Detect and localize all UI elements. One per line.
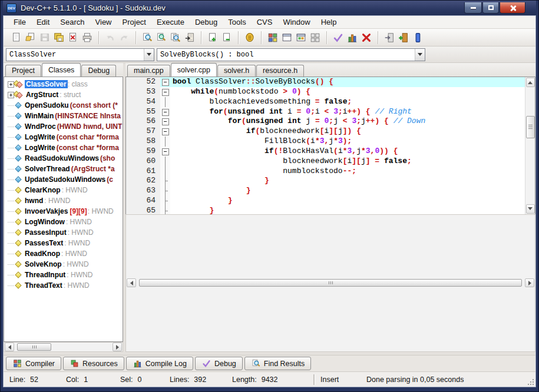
tree-item-solveknop[interactable]: SolveKnop: HWND xyxy=(8,259,123,270)
menu-tools[interactable]: Tools xyxy=(223,16,251,28)
menu-file[interactable]: File xyxy=(8,16,31,28)
run-button[interactable] xyxy=(280,31,294,45)
fold-toggle-icon[interactable] xyxy=(160,77,170,87)
tree-hscrollbar[interactable] xyxy=(4,342,123,352)
tree-item-threadtext[interactable]: ThreadText: HWND xyxy=(8,280,123,291)
goto-line-button[interactable] xyxy=(183,31,197,45)
scroll-right-icon[interactable] xyxy=(525,278,534,287)
compile-and-run-button[interactable] xyxy=(294,31,308,45)
fold-toggle-icon[interactable] xyxy=(160,87,170,97)
close-button[interactable] xyxy=(500,2,525,14)
menu-cvs[interactable]: CVS xyxy=(252,16,278,28)
tree-item-passestext[interactable]: PassesText: HWND xyxy=(8,238,123,248)
report-tab-compiler[interactable]: Compiler xyxy=(6,357,61,370)
menu-execute[interactable]: Execute xyxy=(151,16,190,28)
insert-button[interactable] xyxy=(382,31,396,45)
close-file-button[interactable] xyxy=(66,31,80,45)
menu-window[interactable]: Window xyxy=(277,16,315,28)
code-line-59[interactable]: 59 if(!BlockHasVal(i*3,j*3,0)) { xyxy=(126,147,525,157)
file-tab-solver-cpp[interactable]: solver.cpp xyxy=(171,63,217,77)
tree-item-invoervakjes[interactable]: InvoerVakjes[9][9]: HWND xyxy=(8,206,123,217)
profile-button[interactable] xyxy=(345,31,359,45)
code-line-58[interactable]: 58 FillBlock(i*3,j*3); xyxy=(126,137,525,147)
tree-item-argstruct[interactable]: ArgStruct: struct xyxy=(8,89,123,100)
file-tab-main-cpp[interactable]: main.cpp xyxy=(127,65,170,77)
scroll-left-icon[interactable] xyxy=(5,343,14,351)
code-line-61[interactable]: 61 numblockstodo--; xyxy=(126,167,525,177)
file-tab-resource-h[interactable]: resource.h xyxy=(256,65,304,77)
tree-item-threadinput[interactable]: ThreadInput: HWND xyxy=(8,270,123,280)
editor-hscrollbar[interactable] xyxy=(125,214,535,353)
tree-item-passesinput[interactable]: PassesInput: HWND xyxy=(8,227,123,238)
menu-view[interactable]: View xyxy=(90,16,117,28)
member-combo[interactable]: SolveByBlocks() : bool xyxy=(157,48,425,61)
tab-classes[interactable]: Classes xyxy=(42,63,81,77)
scroll-up-icon[interactable] xyxy=(526,78,535,87)
tree-item-readsudokuwindows[interactable]: ReadSudokuWindows(sho xyxy=(8,153,123,164)
code-line-62[interactable]: 62 } xyxy=(126,176,525,186)
save-all-button[interactable] xyxy=(52,31,66,45)
fold-toggle-icon[interactable] xyxy=(160,107,170,117)
find-in-files-button[interactable] xyxy=(168,31,183,45)
tree-item-solverthread[interactable]: SolverThread(ArgStruct *a xyxy=(8,164,123,174)
tree-item-logwindow[interactable]: LogWindow: HWND xyxy=(8,217,123,227)
tree-item-updatesudokuwindows[interactable]: UpdateSudokuWindows(c xyxy=(8,174,123,185)
tree-hscroll-thumb[interactable] xyxy=(17,343,51,351)
scroll-down-icon[interactable] xyxy=(526,204,535,214)
class-combo-dropdown[interactable] xyxy=(144,49,154,61)
tree-item-readknop[interactable]: ReadKnop: HWND xyxy=(8,248,123,259)
report-tab-debug[interactable]: Debug xyxy=(195,357,243,370)
minimize-button[interactable] xyxy=(464,2,482,14)
tree-item-logwrite[interactable]: LogWrite(const char *forma xyxy=(8,142,123,153)
fold-toggle-icon[interactable] xyxy=(160,127,170,137)
replace-button[interactable] xyxy=(154,31,168,45)
tree-item-winmain[interactable]: WinMain(HINSTANCE hInsta xyxy=(8,111,123,121)
fold-toggle-icon[interactable] xyxy=(160,147,170,157)
remove-unit-button[interactable] xyxy=(220,31,234,45)
file-tab-solver-h[interactable]: solver.h xyxy=(217,65,256,77)
project-options-button[interactable] xyxy=(243,31,257,45)
menu-debug[interactable]: Debug xyxy=(190,16,223,28)
code-line-65[interactable]: 65 } xyxy=(126,206,525,214)
menu-help[interactable]: Help xyxy=(316,16,342,28)
code-line-54[interactable]: 54 blockachievedsomething = false; xyxy=(126,97,525,107)
editor-vscrollbar[interactable] xyxy=(525,77,535,214)
report-tab-compile-log[interactable]: Compile Log xyxy=(126,357,193,370)
menu-search[interactable]: Search xyxy=(55,16,90,28)
tree-item-opensudoku[interactable]: OpenSudoku(const short (* xyxy=(8,100,123,111)
new-file-button[interactable] xyxy=(9,31,24,45)
toggle-breakpoint-button[interactable] xyxy=(411,31,425,45)
editor-hscroll-thumb[interactable] xyxy=(139,279,522,287)
tree-item-classsolver[interactable]: ClassSolver: class xyxy=(8,79,123,89)
tab-project[interactable]: Project xyxy=(5,65,41,77)
editor-vscroll-thumb[interactable] xyxy=(526,116,535,138)
fold-toggle-icon[interactable] xyxy=(160,117,170,127)
abort-button[interactable] xyxy=(359,31,373,45)
report-tab-find-results[interactable]: Find Results xyxy=(244,357,311,370)
code-line-53[interactable]: 53 while(numblockstodo > 0) { xyxy=(126,87,525,97)
member-combo-dropdown[interactable] xyxy=(415,49,425,61)
maximize-button[interactable] xyxy=(482,2,499,14)
code-line-56[interactable]: 56 for(unsigned int j = 0;j < 3;j++) { /… xyxy=(126,117,525,127)
tree-item-logwrite[interactable]: LogWrite(const char *forma xyxy=(8,132,123,142)
tab-debug[interactable]: Debug xyxy=(81,65,116,77)
code-editor[interactable]: 52bool ClassSolver::SolveByBlocks() {53 … xyxy=(126,77,525,214)
report-tab-resources[interactable]: Resources xyxy=(63,357,124,370)
print-button[interactable] xyxy=(80,31,94,45)
code-line-64[interactable]: 64 } xyxy=(126,196,525,206)
code-line-60[interactable]: 60 blockneedwork[i][j] = false; xyxy=(126,157,525,167)
add-watch-button[interactable] xyxy=(396,31,411,45)
find-button[interactable] xyxy=(140,31,154,45)
tree-item-clearknop[interactable]: ClearKnop: HWND xyxy=(8,185,123,195)
code-line-57[interactable]: 57 if(blockneedwork[i][j]) { xyxy=(126,127,525,137)
new-unit-button[interactable] xyxy=(206,31,220,45)
resize-grip-icon[interactable] xyxy=(527,378,534,386)
class-combo[interactable]: ClassSolver xyxy=(6,48,154,61)
tree-item-hwnd[interactable]: hwnd: HWND xyxy=(8,195,123,206)
code-line-63[interactable]: 63 } xyxy=(126,186,525,196)
tree-item-wndproc[interactable]: WndProc(HWND hwnd, UINT xyxy=(8,121,123,132)
rebuild-all-button[interactable] xyxy=(308,31,322,45)
scroll-left-icon[interactable] xyxy=(127,278,136,287)
compile-button[interactable] xyxy=(266,31,280,45)
menu-project[interactable]: Project xyxy=(117,16,151,28)
